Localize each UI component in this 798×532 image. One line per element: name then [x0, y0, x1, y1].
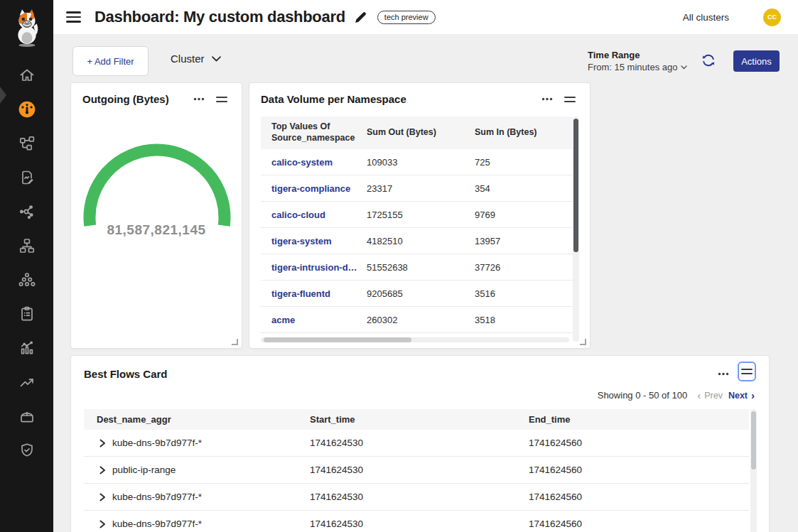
column-header: Sum Out (Bytes)	[367, 127, 475, 139]
add-filter-button[interactable]: + Add Filter	[72, 46, 149, 76]
chevron-right-icon	[99, 493, 106, 501]
page-title: Dashboard: My custom dashboard	[95, 8, 345, 26]
edit-dashboard-button[interactable]	[354, 11, 367, 24]
start-time-value: 1741624530	[310, 438, 529, 448]
expand-row-button[interactable]	[99, 466, 106, 474]
refresh-button[interactable]	[701, 53, 716, 68]
column-header: Sum In (Bytes)	[475, 127, 573, 139]
table-row: kube-dns-9b7d977f-* 1741624530 174162456…	[84, 484, 749, 511]
table-body: kube-dns-9b7d977f-* 1741624530 174162456…	[84, 430, 749, 532]
menu-toggle-button[interactable]	[66, 9, 83, 26]
cluster-dropdown[interactable]: Cluster	[171, 53, 221, 65]
dashboard-icon	[18, 100, 36, 119]
sum-out-value: 260302	[367, 315, 475, 325]
table-body: calico-system 109033 725 tigera-complian…	[261, 149, 573, 333]
card-menu-button[interactable]	[190, 94, 207, 104]
home-icon	[18, 67, 36, 84]
card-drag-handle-focused[interactable]	[738, 362, 756, 381]
vertical-scrollbar[interactable]	[750, 409, 757, 532]
ellipsis-icon	[718, 372, 729, 376]
sidebar-item-home[interactable]	[0, 58, 53, 92]
horizontal-scrollbar[interactable]	[261, 337, 569, 342]
dest-name-value: kube-dns-9b7d977f-*	[112, 438, 202, 448]
expand-row-button[interactable]	[99, 493, 106, 501]
topbar: Dashboard: My custom dashboard tech prev…	[53, 0, 798, 34]
vertical-scrollbar[interactable]	[573, 116, 579, 342]
sum-in-value: 3518	[475, 315, 573, 325]
dest-name-value: public-ip-range	[112, 465, 176, 475]
calico-logo[interactable]	[11, 6, 43, 50]
namespace-link[interactable]: acme	[261, 315, 367, 325]
namespace-link[interactable]: calico-system	[261, 157, 367, 168]
column-header: End_time	[529, 414, 749, 425]
sidebar-item-trends[interactable]	[0, 365, 53, 399]
sidebar	[0, 0, 53, 532]
sum-in-value: 9769	[475, 210, 573, 220]
card-menu-button[interactable]	[539, 94, 556, 104]
package-box-icon	[18, 408, 36, 425]
outgoing-bytes-card: Outgoing (Bytes) 81,587,821,145	[70, 82, 242, 349]
sidebar-item-topology[interactable]	[0, 229, 53, 263]
pencil-icon	[354, 11, 367, 24]
stats-chart-icon	[18, 340, 36, 357]
sidebar-nav	[0, 58, 53, 467]
clipboard-icon	[18, 305, 36, 322]
share-nodes-icon	[18, 203, 36, 220]
service-graph-icon	[18, 135, 36, 152]
card-resize-handle[interactable]	[580, 339, 586, 345]
sidebar-item-graph-nodes[interactable]	[0, 195, 53, 229]
sum-out-value: 109033	[367, 157, 475, 168]
refresh-icon	[701, 53, 716, 68]
chevron-left-icon: ‹	[697, 390, 701, 401]
report-edit-icon	[18, 169, 36, 186]
dest-name-value: kube-dns-9b7d977f-*	[112, 492, 202, 502]
sidebar-item-threat-defense[interactable]	[0, 433, 53, 467]
time-range-selector[interactable]: From: 15 minutes ago	[588, 62, 687, 72]
expand-row-button[interactable]	[99, 520, 106, 528]
hamburger-icon	[66, 11, 81, 13]
namespace-link[interactable]: tigera-intrusion-d…	[261, 262, 367, 273]
sidebar-item-image-assurance[interactable]	[0, 399, 53, 433]
card-menu-button[interactable]	[715, 369, 732, 379]
next-page-button[interactable]: Next ›	[728, 390, 755, 401]
sum-in-value: 725	[475, 157, 573, 168]
sidebar-item-statistics[interactable]	[0, 331, 53, 365]
prev-page-button[interactable]: ‹ Prev	[697, 390, 723, 401]
all-clusters-selector[interactable]: All clusters	[683, 12, 729, 23]
column-header: Dest_name_aggr	[84, 414, 310, 425]
namespace-link[interactable]: tigera-fluentd	[261, 288, 367, 299]
time-range-label: Time Range	[588, 50, 687, 60]
table-row: calico-system 109033 725	[261, 149, 573, 175]
card-drag-handle[interactable]	[213, 94, 230, 105]
sidebar-item-compliance[interactable]	[0, 297, 53, 331]
table-row: tigera-system 4182510 13957	[261, 228, 573, 254]
namespace-link[interactable]: tigera-compliance	[261, 183, 367, 194]
sidebar-item-policies[interactable]	[0, 161, 53, 195]
card-title: Data Volume per Namespace	[261, 93, 406, 105]
user-avatar[interactable]: CC	[763, 9, 781, 26]
namespace-link[interactable]: calico-cloud	[261, 210, 367, 220]
expand-row-button[interactable]	[99, 439, 106, 447]
data-volume-card: Data Volume per Namespace Top Values Of …	[249, 82, 591, 349]
sidebar-item-clusters[interactable]	[0, 263, 53, 297]
start-time-value: 1741624530	[310, 519, 529, 529]
sum-in-value: 13957	[475, 236, 573, 246]
chevron-down-icon	[212, 56, 221, 62]
sidebar-item-service-graph[interactable]	[0, 126, 53, 161]
cluster-circles-icon	[18, 271, 36, 288]
ellipsis-icon	[541, 97, 553, 101]
chevron-down-icon	[681, 65, 687, 70]
namespace-link[interactable]: tigera-system	[261, 236, 367, 246]
sidebar-item-dashboard[interactable]	[0, 92, 53, 126]
ellipsis-icon	[193, 97, 205, 101]
actions-button[interactable]: Actions	[733, 50, 780, 72]
tech-preview-badge: tech preview	[377, 11, 436, 24]
card-resize-handle[interactable]	[232, 339, 238, 345]
sum-out-value: 23317	[367, 183, 475, 194]
column-header: Top Values Of Source_namespace	[261, 121, 367, 143]
gauge-arc	[71, 112, 243, 234]
chevron-right-icon: ›	[751, 390, 755, 401]
sitemap-icon	[18, 237, 36, 254]
gauge-value: 81,587,821,145	[71, 222, 242, 238]
card-drag-handle[interactable]	[561, 94, 578, 105]
